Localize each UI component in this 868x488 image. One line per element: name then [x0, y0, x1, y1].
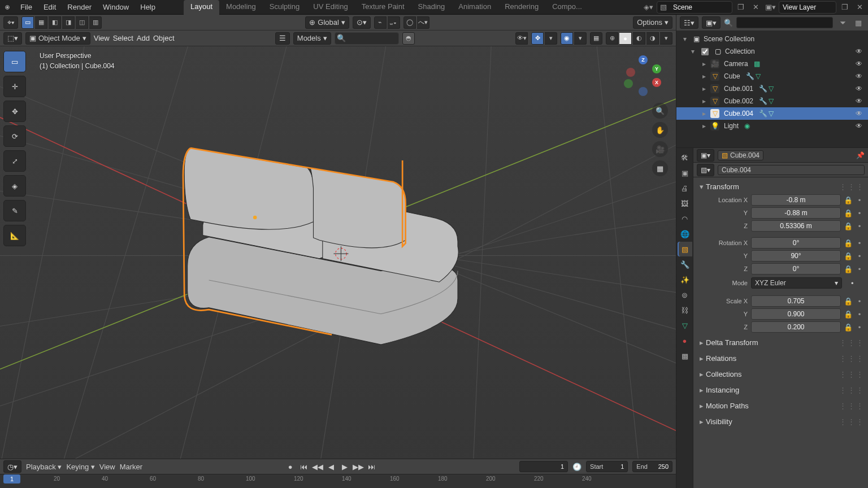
visibility-icon[interactable]: 👁 — [853, 122, 865, 130]
viewlayer-input[interactable] — [779, 3, 836, 11]
workspace-tab[interactable]: Shading — [411, 0, 452, 15]
gizmo-toggle[interactable]: ✥ — [531, 32, 544, 45]
pin-dropdown[interactable]: ▣▾ — [697, 149, 714, 162]
select-tool-mode[interactable]: ▥ — [89, 16, 102, 29]
tool-cursor[interactable]: ✛ — [3, 76, 26, 97]
rot-x-field[interactable]: 0° — [751, 237, 841, 249]
view-menu[interactable]: View — [94, 34, 110, 42]
shading-rendered[interactable]: ◑ — [646, 32, 659, 45]
tool-measure[interactable]: 📐 — [3, 225, 26, 246]
timeline-view-menu[interactable]: View — [99, 463, 115, 471]
menu-window[interactable]: Window — [97, 3, 134, 11]
visibility-icon[interactable]: 👁 — [853, 97, 865, 105]
loc-x-field[interactable]: -0.8 m — [751, 194, 841, 206]
scale-x-field[interactable]: 0.705 — [751, 295, 841, 307]
nav-gizmo[interactable]: Y X Z — [624, 55, 665, 96]
workspace-tab[interactable]: Texture Paint — [355, 0, 411, 15]
pin-icon[interactable]: 📌 — [856, 151, 865, 159]
tool-scale[interactable]: ⤢ — [3, 150, 26, 172]
timeline-marker-menu[interactable]: Marker — [120, 463, 142, 471]
outliner-search-input[interactable] — [736, 17, 833, 28]
editor-type-dropdown[interactable]: ⬚▾ — [3, 32, 22, 45]
pan-icon[interactable]: ✋ — [652, 122, 668, 138]
scene-name-field[interactable]: ▧ — [657, 1, 732, 14]
visibility-icon[interactable]: 👁 — [853, 72, 865, 80]
timeline-keying-menu[interactable]: Keying ▾ — [66, 463, 94, 471]
scene-delete-icon[interactable]: ✕ — [749, 1, 762, 14]
prop-tab-object[interactable]: ▧ — [678, 242, 692, 256]
prev-key-icon[interactable]: ◀◀ — [311, 461, 324, 472]
shading-popover[interactable]: ▾ — [660, 32, 672, 45]
overlay-menu[interactable]: ▾ — [574, 32, 587, 45]
prop-tab-modifier[interactable]: 🔧 — [678, 257, 692, 272]
overlay-toggle[interactable]: ◉ — [561, 32, 573, 45]
scene-browse-icon[interactable]: ◈▾ — [642, 1, 654, 14]
shading-solid[interactable]: ● — [619, 32, 632, 45]
timeline-playback-menu[interactable]: Playback ▾ — [26, 463, 62, 471]
workspace-tab[interactable]: Animation — [452, 0, 498, 15]
select-tool-mode[interactable]: ▭ — [21, 16, 34, 29]
jump-end-icon[interactable]: ⏭ — [366, 461, 378, 472]
loc-z-field[interactable]: 0.53306 m — [751, 220, 841, 232]
timeline-ruler[interactable]: 1 20 40 60 80 100 120 140 160 180 200 22… — [0, 474, 676, 488]
select-tool-mode[interactable]: ◫ — [76, 16, 88, 29]
shading-wireframe[interactable]: ⊕ — [606, 32, 618, 45]
workspace-tab[interactable]: Compo... — [545, 0, 589, 15]
snap-toggle[interactable]: ⌁ — [374, 16, 387, 29]
select-menu[interactable]: Select — [113, 34, 133, 42]
tool-annotate[interactable]: ✎ — [3, 200, 26, 221]
visibility-icon[interactable]: 👁 — [853, 47, 865, 55]
outliner-node-scene[interactable]: ▣ Scene Collection — [676, 33, 868, 45]
snap-dropdown[interactable]: ⌖▾ — [3, 16, 18, 29]
scale-y-field[interactable]: 0.900 — [751, 308, 841, 320]
rotation-mode-select[interactable]: XYZ Euler▾ — [751, 277, 842, 289]
scene-name-input[interactable] — [670, 3, 732, 11]
lock-icon[interactable]: 🔒 — [843, 208, 853, 218]
perspective-icon[interactable]: ▦ — [652, 160, 668, 176]
select-tool-mode[interactable]: ◨ — [62, 16, 75, 29]
orientation-dropdown[interactable]: ⊕ Global▾ — [305, 16, 349, 29]
workspace-tab[interactable]: Layout — [184, 0, 219, 15]
menu-edit[interactable]: Edit — [38, 3, 62, 11]
visibility-icon[interactable]: 👁 — [853, 60, 865, 68]
prop-tab-world[interactable]: 🌐 — [678, 226, 692, 241]
tool-rotate[interactable]: ⟳ — [3, 125, 26, 147]
visibility-popover[interactable]: 👁▾ — [515, 32, 528, 45]
datablock-browse[interactable]: ▧▾ — [697, 164, 714, 176]
prop-tab-tool[interactable]: 🛠 — [678, 150, 692, 165]
outliner-item[interactable]: 🎥Camera▩👁 — [676, 58, 868, 70]
viewport-search-input[interactable] — [348, 34, 398, 42]
tool-transform[interactable]: ◈ — [3, 175, 26, 197]
camera-icon[interactable]: 🎥 — [652, 141, 668, 157]
outliner-item[interactable]: ▽Cube.004🔧▽👁 — [676, 107, 868, 120]
lock-icon[interactable]: 🔒 — [843, 195, 853, 205]
collection-dropdown[interactable]: Models▾ — [293, 32, 331, 45]
current-frame-field[interactable]: 1 — [519, 461, 568, 472]
prop-tab-data[interactable]: ▽ — [678, 318, 692, 333]
play-icon[interactable]: ▶ — [338, 461, 351, 472]
object-menu[interactable]: Object — [153, 34, 175, 42]
prop-tab-material[interactable]: ● — [678, 333, 692, 348]
outliner-display-mode[interactable]: ▣▾ — [702, 16, 721, 29]
scene-new-icon[interactable]: ❐ — [735, 1, 747, 14]
visibility-icon[interactable]: 👁 — [853, 110, 865, 117]
anim-dot-icon[interactable]: • — [854, 195, 865, 205]
panel-header[interactable]: Motion Paths⋮⋮⋮ — [697, 399, 865, 412]
outliner-item[interactable]: ▽Cube🔧▽👁 — [676, 70, 868, 82]
outliner-node-collection[interactable]: ▢ Collection 👁 — [676, 45, 868, 58]
something-toggle[interactable]: ◓ — [402, 32, 415, 45]
3d-viewport[interactable]: User Perspective (1) Collection | Cube.0… — [0, 46, 676, 459]
viewlayer-browse-icon[interactable]: ▣▾ — [764, 1, 776, 14]
panel-header[interactable]: Delta Transform⋮⋮⋮ — [697, 336, 865, 349]
workspace-tab[interactable]: Modeling — [219, 0, 263, 15]
menu-file[interactable]: File — [15, 3, 38, 11]
prop-tab-physics[interactable]: ⊚ — [678, 287, 692, 302]
select-tool-mode[interactable]: ▦ — [35, 16, 47, 29]
xray-toggle[interactable]: ▦ — [590, 32, 602, 45]
zoom-icon[interactable]: 🔍 — [652, 103, 668, 119]
outliner-item[interactable]: ▽Cube.002🔧▽👁 — [676, 95, 868, 107]
lock-icon[interactable]: 🔒 — [843, 221, 853, 231]
add-menu[interactable]: Add — [137, 34, 150, 42]
asset-icon[interactable]: ☰ — [275, 32, 290, 45]
proportional-menu[interactable]: へ▾ — [417, 16, 429, 29]
